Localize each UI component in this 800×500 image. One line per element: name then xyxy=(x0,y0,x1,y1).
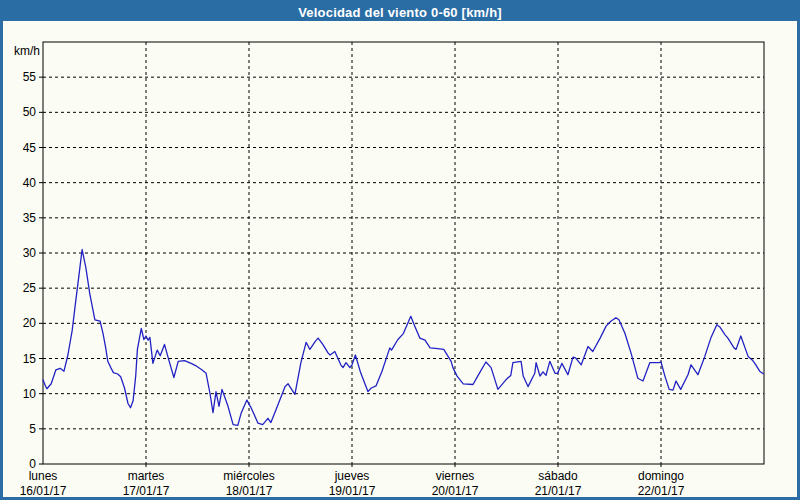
x-day-date-label: 17/01/17 xyxy=(123,484,170,498)
y-axis: 0510152025303540455055km/h xyxy=(14,44,43,471)
x-day-name-label: sábado xyxy=(538,469,578,483)
grid-lines xyxy=(43,42,764,464)
x-day-name-label: miércoles xyxy=(223,469,274,483)
y-tick-label: 50 xyxy=(23,105,37,119)
x-day-date-label: 21/01/17 xyxy=(535,484,582,498)
chart-window: Velocidad del viento 0-60 [km/h] 0510152… xyxy=(0,0,800,500)
y-tick-label: 25 xyxy=(23,281,37,295)
x-day-date-label: 20/01/17 xyxy=(432,484,479,498)
y-tick-label: 55 xyxy=(23,70,37,84)
y-axis-unit-label: km/h xyxy=(14,44,40,58)
x-day-date-label: 22/01/17 xyxy=(638,484,685,498)
x-day-name-label: jueves xyxy=(334,469,370,483)
y-tick-label: 35 xyxy=(23,211,37,225)
x-day-name-label: martes xyxy=(128,469,165,483)
x-day-name-label: viernes xyxy=(436,469,475,483)
wind-speed-chart: 0510152025303540455055km/hlunes16/01/17m… xyxy=(3,3,800,500)
y-tick-label: 30 xyxy=(23,246,37,260)
x-day-date-label: 18/01/17 xyxy=(226,484,273,498)
y-tick-label: 5 xyxy=(29,422,36,436)
x-axis: lunes16/01/17martes17/01/17miércoles18/0… xyxy=(20,464,685,498)
y-tick-label: 45 xyxy=(23,141,37,155)
y-tick-label: 20 xyxy=(23,316,37,330)
wind-speed-line xyxy=(43,250,764,426)
y-tick-label: 10 xyxy=(23,387,37,401)
x-day-name-label: lunes xyxy=(29,469,58,483)
y-tick-label: 15 xyxy=(23,352,37,366)
x-day-date-label: 19/01/17 xyxy=(329,484,376,498)
x-day-date-label: 16/01/17 xyxy=(20,484,67,498)
y-tick-label: 40 xyxy=(23,176,37,190)
x-day-name-label: domingo xyxy=(638,469,684,483)
